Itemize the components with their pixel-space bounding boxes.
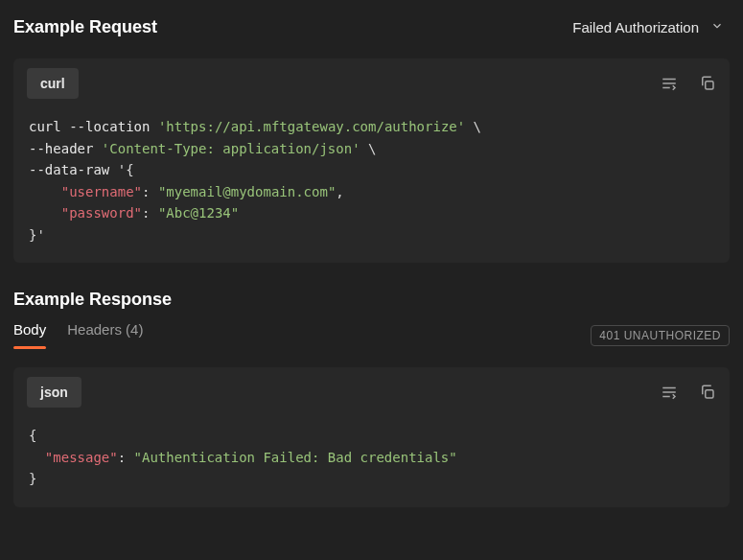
key-password: "password"	[61, 205, 142, 221]
indent-2	[29, 205, 61, 221]
request-title: Example Request	[13, 17, 157, 37]
response-tabs-row: Body Headers (4) 401 UNAUTHORIZED	[0, 321, 743, 350]
request-section-header: Example Request Failed Authorization	[0, 0, 743, 58]
request-code-body: curl --location 'https://api.mftgateway.…	[13, 108, 730, 263]
copy-icon[interactable]	[699, 75, 716, 92]
wrap-lines-icon[interactable]	[661, 75, 678, 92]
val-username: "myemail@mydomain.com"	[158, 184, 336, 199]
header-string: 'Content-Type: application/json'	[102, 141, 360, 156]
wrap-lines-icon[interactable]	[661, 384, 678, 401]
curl-cmd: curl	[29, 119, 61, 134]
indent-1	[29, 184, 61, 199]
colon-2: :	[142, 205, 158, 221]
flag-location: --location	[61, 119, 158, 134]
response-tabs: Body Headers (4)	[13, 321, 143, 349]
indent-r1	[29, 450, 45, 465]
status-badge: 401 UNAUTHORIZED	[591, 325, 730, 346]
line-cont-1: \	[465, 119, 481, 134]
response-lang-badge: json	[27, 377, 81, 408]
response-panel-actions	[661, 384, 716, 401]
response-title: Example Response	[13, 290, 172, 309]
key-message: "message"	[45, 450, 118, 465]
val-message: "Authentication Failed: Bad credentials"	[134, 450, 457, 465]
colon-r1: :	[118, 450, 134, 465]
tab-headers[interactable]: Headers (4)	[67, 321, 143, 349]
request-code-panel: curl curl --location 'https://api.mftgat…	[13, 58, 730, 263]
request-panel-header: curl	[13, 58, 730, 108]
response-code-body: { "message": "Authentication Failed: Bad…	[13, 417, 730, 507]
body-open: '{	[118, 162, 134, 177]
request-lang-badge: curl	[27, 68, 79, 99]
copy-icon[interactable]	[699, 384, 716, 401]
json-open: {	[29, 428, 36, 443]
flag-data-raw: --data-raw	[29, 162, 118, 177]
response-section-header: Example Response	[0, 263, 743, 321]
body-close: }'	[29, 227, 45, 243]
chevron-down-icon	[710, 19, 724, 35]
example-selector-dropdown[interactable]: Failed Authorization	[572, 19, 730, 35]
response-panel-header: json	[13, 367, 730, 417]
tab-body[interactable]: Body	[13, 321, 46, 349]
colon-1: :	[142, 184, 158, 199]
response-code-panel: json { "message": "Authentication Failed…	[13, 367, 730, 507]
comma-1: ,	[336, 184, 343, 199]
url-string: 'https://api.mftgateway.com/authorize'	[158, 119, 465, 134]
json-close: }	[29, 471, 36, 486]
request-panel-actions	[661, 75, 716, 92]
flag-header: --header	[29, 141, 102, 156]
dropdown-label: Failed Authorization	[572, 19, 699, 35]
key-username: "username"	[61, 184, 142, 199]
svg-rect-7	[706, 390, 713, 398]
val-password: "Abc@1234"	[158, 205, 239, 221]
line-cont-2: \	[360, 141, 377, 156]
svg-rect-3	[706, 82, 713, 89]
